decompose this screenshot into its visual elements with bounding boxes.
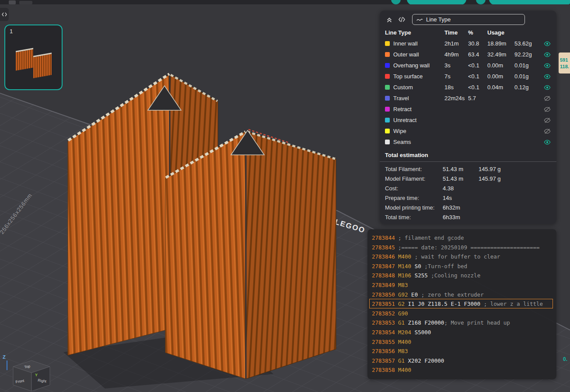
visibility-eye-toggle[interactable]: [543, 84, 551, 91]
gcode-line-text: G1 Z168 F20000; Move print head up: [398, 318, 510, 327]
eye-visible-icon: [544, 41, 551, 47]
gcode-line-text: M400: [398, 337, 411, 346]
line-type-usage-grams: 92.22g: [514, 51, 540, 58]
y-axis-label: Y: [35, 373, 38, 377]
gcode-line[interactable]: 2783857 G1 X202 F20000: [369, 356, 553, 365]
line-type-usage-meters: 0.00m: [487, 62, 514, 69]
column-usage: Usage: [487, 29, 551, 36]
gcode-line[interactable]: 2783856 M83: [369, 346, 553, 356]
gcode-line-number: 2783846: [370, 252, 398, 261]
line-type-color-swatch: [385, 85, 390, 90]
line-type-color-swatch: [385, 52, 390, 57]
line-type-label: Retract: [393, 106, 412, 112]
gcode-line-text: ; filament end gcode: [398, 233, 464, 242]
line-type-color-swatch: [385, 107, 390, 112]
total-row-value-1: 51.43 m: [443, 175, 479, 182]
visibility-eye-toggle[interactable]: [543, 62, 551, 69]
line-type-label: Overhang wall: [393, 62, 430, 69]
visibility-eye-toggle[interactable]: [543, 51, 551, 58]
eye-visible-icon: [544, 84, 551, 91]
column-time: Time: [444, 29, 468, 36]
gcode-line[interactable]: 2783853 G1 Z168 F20000; Move print head …: [369, 318, 553, 327]
model-tower-right[interactable]: [165, 130, 336, 379]
gcode-line[interactable]: 2783845 ;===== date: 20250109 ==========…: [369, 242, 553, 252]
print-options-button[interactable]: [476, 0, 486, 4]
plate-number: 1: [10, 28, 13, 35]
visibility-eye-toggle[interactable]: [543, 106, 551, 113]
line-type-label: Travel: [393, 95, 409, 102]
legend-column-headers: Line Type Time % Usage: [380, 27, 556, 38]
line-type-row: Unretract: [380, 115, 556, 126]
layer-slider-tooltip[interactable]: 591 118.: [559, 52, 570, 74]
thumbnail-model-preview: [16, 48, 33, 70]
total-estimation-row: Total Filament: 51.43 m 145.97 g: [380, 164, 556, 174]
gcode-line-number: 2783849: [370, 280, 398, 289]
z-axis-label: Z: [3, 354, 6, 360]
eye-visible-icon: [544, 52, 551, 58]
view-type-dropdown[interactable]: Line Type: [412, 14, 525, 25]
gcode-line-number: 2783853: [370, 318, 398, 327]
plate-thumbnail[interactable]: 1: [4, 24, 63, 90]
sidebar-collapse-tab[interactable]: [0, 8, 9, 21]
total-estimation-row: Prepare time: 14s: [380, 193, 556, 203]
visibility-eye-toggle[interactable]: [543, 40, 551, 47]
visibility-eye-toggle[interactable]: [543, 139, 551, 146]
layer-slider-value: 591: [560, 57, 570, 63]
visibility-eye-toggle[interactable]: [543, 95, 551, 102]
gcode-line-number: 2783845: [370, 243, 398, 252]
eye-hidden-icon: [544, 128, 551, 134]
gcode-viewer-panel[interactable]: 2783844 ; filament end gcode 2783845 ;==…: [367, 229, 556, 379]
total-estimation-row: Model printing time: 6h32m: [380, 203, 556, 212]
toolbar-icon[interactable]: [19, 1, 32, 4]
gcode-line-number: 2783856: [370, 346, 398, 355]
gcode-line[interactable]: 2783850 G92 E0 ; zero the extruder: [369, 290, 553, 299]
gcode-line[interactable]: 2783846 M400 ; wait for buffer to clear: [369, 252, 553, 261]
gcode-line-text: M400 ; wait for buffer to clear: [398, 252, 500, 261]
line-type-color-swatch: [385, 129, 390, 133]
gcode-line-text: M204 S5000: [398, 328, 431, 336]
thumbnail-model-preview: [33, 52, 52, 78]
gcode-line-text: M106 S255 ;Cooling nozzle: [398, 271, 480, 280]
total-row-label: Prepare time:: [385, 195, 443, 201]
total-row-value-1: 4.38: [443, 185, 479, 192]
collapse-panel-icon[interactable]: [385, 15, 394, 24]
visibility-eye-toggle[interactable]: [543, 73, 551, 80]
gcode-line[interactable]: 2783852 G90: [369, 308, 553, 318]
visibility-eye-toggle[interactable]: [543, 117, 551, 124]
line-type-usage-meters: 32.49m: [487, 51, 514, 58]
view-type-selected-value: Line Type: [426, 16, 451, 23]
gcode-line[interactable]: 2783847 M140 S0 ;Turn-off bed: [369, 261, 553, 271]
line-type-usage-grams: 0.01g: [514, 62, 540, 69]
line-type-curve-icon: [416, 17, 423, 22]
gcode-line-number: 2783851: [370, 299, 398, 308]
slice-plate-button[interactable]: [407, 0, 466, 4]
slice-options-button[interactable]: [391, 0, 401, 4]
eye-visible-icon: [544, 63, 551, 69]
gcode-line-number: 2783850: [370, 290, 398, 299]
visibility-eye-toggle[interactable]: [543, 128, 551, 135]
gcode-line-number: 2783844: [370, 233, 398, 242]
gcode-line-number: 2783852: [370, 309, 398, 318]
print-plate-button[interactable]: [489, 0, 570, 4]
line-type-row: Custom 18s <0.1 0.04m 0.12g: [380, 82, 556, 93]
gcode-line-number: 2783858: [370, 365, 398, 374]
line-type-label: Wipe: [393, 128, 406, 134]
gcode-line[interactable]: 2783858 M400: [369, 365, 553, 374]
layer-height-value: 118.: [560, 64, 570, 69]
line-type-label: Outer wall: [393, 51, 419, 58]
gcode-line[interactable]: 2783844 ; filament end gcode: [369, 233, 553, 242]
line-type-usage-meters: 0.00m: [487, 73, 514, 80]
line-type-time: 3s: [444, 62, 468, 69]
gcode-line[interactable]: 2783855 M400: [369, 337, 553, 346]
total-row-value-2: 145.97 g: [479, 175, 551, 182]
gcode-line[interactable]: 2783854 M204 S5000: [369, 327, 553, 337]
gcode-line[interactable]: 2783849 M83: [369, 280, 553, 290]
gcode-line[interactable]: 2783851 G2 I1 J0 Z118.5 E-1 F3000 ; lowe…: [369, 299, 553, 308]
line-type-color-swatch: [385, 63, 390, 68]
gcode-window-icon[interactable]: [397, 15, 406, 24]
gcode-line[interactable]: 2783848 M106 S255 ;Cooling nozzle: [369, 270, 553, 280]
gcode-line-number: 2783857: [370, 356, 398, 365]
line-type-row: Travel 22m24s 5.7: [380, 93, 556, 104]
toolbar-icon[interactable]: [9, 0, 16, 4]
line-type-usage-grams: 53.62g: [514, 40, 540, 47]
